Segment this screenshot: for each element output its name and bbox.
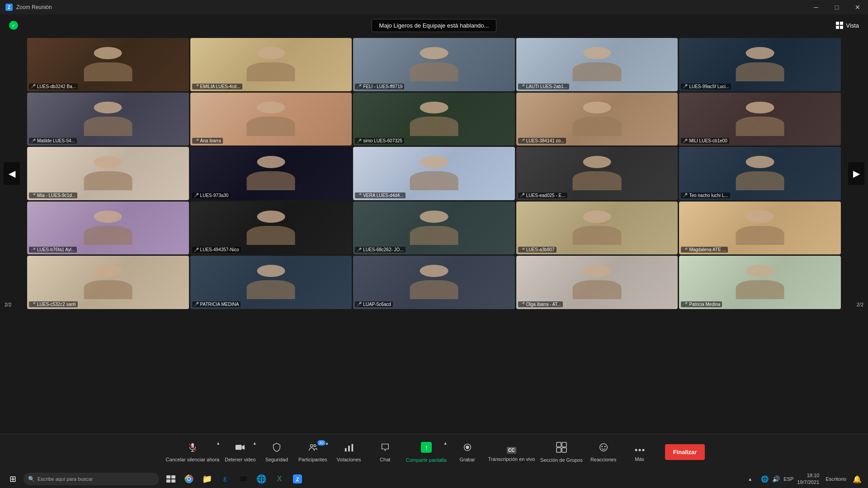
- video-tile[interactable]: 🎤FELI - LUES-ff8719: [353, 38, 515, 91]
- participant-name: 🎤LUES-99ac5f Luci...: [681, 84, 731, 89]
- svg-rect-3: [840, 26, 843, 29]
- close-button[interactable]: ✕: [847, 0, 868, 14]
- toolbar-record[interactable]: Grabar: [449, 436, 486, 468]
- video-arrow: ▲: [253, 441, 257, 446]
- edge-app[interactable]: ε: [217, 472, 233, 486]
- task-view-icon: [166, 475, 175, 483]
- video-tile[interactable]: 🎤LUES-b76fa1 Ayl...: [27, 202, 189, 255]
- search-placeholder: Escribe aquí para buscar: [38, 476, 93, 482]
- mail-app[interactable]: ✉: [235, 472, 251, 486]
- view-button[interactable]: Vista: [836, 22, 859, 29]
- security-icon: [272, 442, 282, 455]
- toolbar-share[interactable]: ↑▲Compartir pantalla: [403, 436, 449, 468]
- toolbar-participants[interactable]: 30▲Participantes: [295, 436, 331, 468]
- chat-label: Chat: [380, 457, 390, 462]
- participant-name-text: LUES-973a30: [200, 193, 229, 198]
- video-tile[interactable]: 🎤LUES-c532c2 santi: [27, 256, 189, 309]
- video-tile[interactable]: 🎤PATRICIA MEDINA: [190, 256, 352, 309]
- toolbar-breakout[interactable]: Sección de Grupos: [538, 436, 585, 468]
- video-tile[interactable]: 🎤LUES-a3b807: [516, 202, 678, 255]
- participant-name-text: LUES-494357-Nico: [200, 247, 239, 252]
- video-tile[interactable]: 🎤Mía - LUES-9c1d...: [27, 147, 189, 200]
- start-button[interactable]: ⊞: [4, 472, 22, 486]
- video-tile[interactable]: 🎤LUES-494357-Nico: [190, 202, 352, 255]
- task-view-button[interactable]: [163, 472, 179, 486]
- connection-status: ✓: [9, 21, 18, 30]
- video-tile[interactable]: 🎤simo LUES-607325: [353, 93, 515, 146]
- participant-name: 🎤FELI - LUES-ff8719: [355, 84, 404, 89]
- file-explorer-app[interactable]: 📁: [199, 472, 215, 486]
- toolbar-more[interactable]: Más: [622, 436, 658, 468]
- video-tile[interactable]: 🎤EMILIA LUES-4cd...: [190, 38, 352, 91]
- video-tile[interactable]: 🎤LUAP-5c6acd: [353, 256, 515, 309]
- taskbar-right: ▲ 🌐 🔊 ESP 18:10 19/7/2021 Escritorio 🔔: [743, 472, 864, 486]
- mute-icon: 🎤: [520, 139, 525, 143]
- video-tile[interactable]: 🎤Ana ibarra: [190, 93, 352, 146]
- video-tile[interactable]: 🎤Teo nacho luchi L...: [679, 147, 841, 200]
- system-clock[interactable]: 18:10 19/7/2021: [797, 472, 819, 486]
- excel-icon: X: [277, 475, 282, 483]
- maximize-button[interactable]: □: [826, 0, 847, 14]
- participant-name-text: LUAP-5c6acd: [363, 302, 391, 307]
- mute-icon: 🎤: [683, 139, 688, 143]
- zoom-app[interactable]: Z: [289, 472, 306, 486]
- toolbar-mute[interactable]: ▲Cancelar silenciar ahora: [163, 436, 222, 468]
- view-label: Vista: [846, 22, 859, 29]
- video-tile[interactable]: 🎤MILI LUES-cb1e00: [679, 93, 841, 146]
- search-icon: 🔍: [28, 476, 35, 482]
- excel-app[interactable]: X: [271, 472, 288, 486]
- chrome-app[interactable]: [181, 472, 197, 486]
- participant-name: 🎤EMILIA LUES-4cd...: [192, 84, 242, 89]
- prev-page-button[interactable]: ◀: [4, 162, 20, 185]
- breakout-icon: [556, 442, 567, 455]
- toolbar-chat[interactable]: Chat: [367, 436, 403, 468]
- svg-rect-32: [171, 479, 175, 483]
- mute-icon: 🎤: [194, 248, 199, 252]
- video-tile[interactable]: 🎤LUES-68c262- JO...: [353, 202, 515, 255]
- video-tile[interactable]: 🎤Olga ibarra - AT...: [516, 256, 678, 309]
- video-tile[interactable]: 🎤Patricia Medina: [679, 256, 841, 309]
- taskbar-search[interactable]: 🔍 Escribe aquí para buscar: [24, 473, 159, 485]
- mute-icon: 🎤: [520, 193, 525, 197]
- toolbar-video[interactable]: ▲Detener video: [222, 436, 259, 468]
- more-icon: [635, 443, 645, 455]
- participant-name: 🎤VERA LUES-d4d4...: [355, 192, 406, 198]
- end-meeting-button[interactable]: Finalizar: [665, 444, 705, 460]
- svg-rect-0: [836, 22, 839, 25]
- minimize-button[interactable]: ─: [806, 0, 826, 14]
- participant-name-text: Mía - LUES-9c1d...: [37, 193, 75, 198]
- video-tile[interactable]: 🎤Magdalena ATE ...: [679, 202, 841, 255]
- taskbar-apps: 📁 ε ✉ 🌐 X Z: [163, 472, 306, 486]
- video-tile[interactable]: 🎤LUES-99ac5f Luci...: [679, 38, 841, 91]
- toolbar-reactions[interactable]: Reacciones: [585, 436, 622, 468]
- participant-name-text: LUES-68c262- JO...: [363, 247, 403, 252]
- next-page-button[interactable]: ▶: [848, 162, 864, 185]
- participant-name: 🎤LUES-494357-Nico: [192, 247, 241, 253]
- toolbar-security[interactable]: Seguridad: [259, 436, 295, 468]
- participant-name: 🎤Olga ibarra - AT...: [518, 301, 563, 307]
- toolbar-transcript[interactable]: CCTranscripción en vivo: [486, 436, 538, 468]
- svg-text:↑: ↑: [425, 444, 428, 451]
- svg-marker-9: [242, 445, 245, 450]
- svg-rect-22: [562, 448, 566, 452]
- video-tile[interactable]: 🎤VERA LUES-d4d4...: [353, 147, 515, 200]
- participant-name: 🎤LUES-ead025 - E...: [518, 192, 567, 198]
- video-tile[interactable]: 🎤Matilde LUES-54...: [27, 93, 189, 146]
- participant-name: 🎤Matilde LUES-54...: [29, 138, 77, 144]
- mute-icon: 🎤: [31, 193, 36, 197]
- video-tile[interactable]: 🎤LUES-ead025 - E...: [516, 147, 678, 200]
- top-bar: ✓ Majo Ligeros de Equipaje está hablando…: [0, 14, 868, 36]
- toolbar-polls[interactable]: Votaciones: [331, 436, 367, 468]
- show-hidden-icons[interactable]: ▲: [743, 472, 757, 486]
- video-tile[interactable]: 🎤LUES-973a30: [190, 147, 352, 200]
- participant-name-text: Magdalena ATE ...: [689, 247, 726, 252]
- video-tile[interactable]: 🎤LAUTI LUES-2ab1...: [516, 38, 678, 91]
- participant-name: 🎤LUES-db3242 Ba...: [29, 84, 78, 89]
- app5[interactable]: 🌐: [253, 472, 269, 486]
- video-tile[interactable]: 🎤LUES-384141 zo...: [516, 93, 678, 146]
- video-tile[interactable]: 🎤LUES-db3242 Ba...: [27, 38, 189, 91]
- desktop-label[interactable]: Escritorio: [826, 476, 846, 482]
- mute-icon: 🎤: [357, 84, 362, 89]
- notifications-button[interactable]: 🔔: [850, 472, 864, 486]
- participant-name-text: LUES-384141 zo...: [526, 138, 565, 143]
